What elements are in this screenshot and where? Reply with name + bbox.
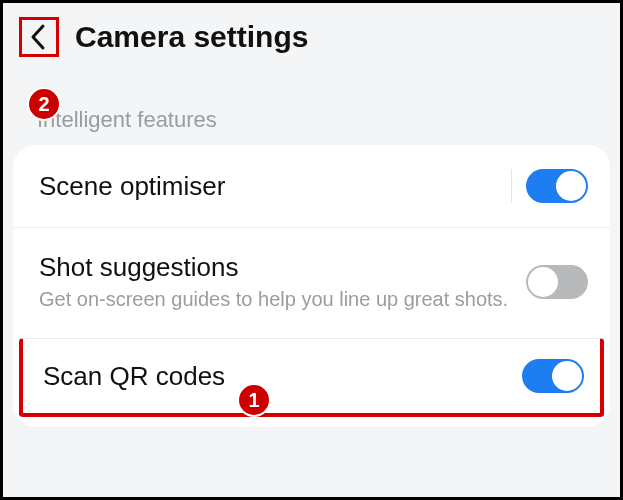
back-button[interactable] (19, 17, 59, 57)
toggle-wrap (522, 359, 584, 393)
section-label: Intelligent features (3, 67, 620, 141)
toggle-shot-suggestions[interactable] (526, 265, 588, 299)
toggle-scene-optimiser[interactable] (526, 169, 588, 203)
row-label: Scan QR codes (43, 361, 506, 392)
header: Camera settings (3, 3, 620, 67)
toggle-wrap (511, 169, 588, 203)
row-desc: Get on-screen guides to help you line up… (39, 287, 510, 312)
chevron-left-icon (29, 23, 49, 51)
row-text: Scene optimiser (39, 171, 511, 202)
row-scene-optimiser[interactable]: Scene optimiser (13, 145, 610, 227)
page-title: Camera settings (75, 20, 308, 54)
toggle-knob (528, 267, 558, 297)
annotation-badge-2: 2 (27, 87, 61, 121)
toggle-scan-qr[interactable] (522, 359, 584, 393)
toggle-knob (556, 171, 586, 201)
toggle-wrap (526, 265, 588, 299)
toggle-knob (552, 361, 582, 391)
row-label: Shot suggestions (39, 252, 510, 283)
annotation-badge-1: 1 (237, 383, 271, 417)
row-text: Shot suggestions Get on-screen guides to… (39, 252, 526, 312)
row-label: Scene optimiser (39, 171, 495, 202)
row-scan-qr[interactable]: Scan QR codes (19, 338, 604, 417)
row-shot-suggestions[interactable]: Shot suggestions Get on-screen guides to… (13, 227, 610, 336)
divider (511, 169, 512, 203)
row-text: Scan QR codes (43, 361, 522, 392)
settings-list: Scene optimiser Shot suggestions Get on-… (13, 145, 610, 427)
